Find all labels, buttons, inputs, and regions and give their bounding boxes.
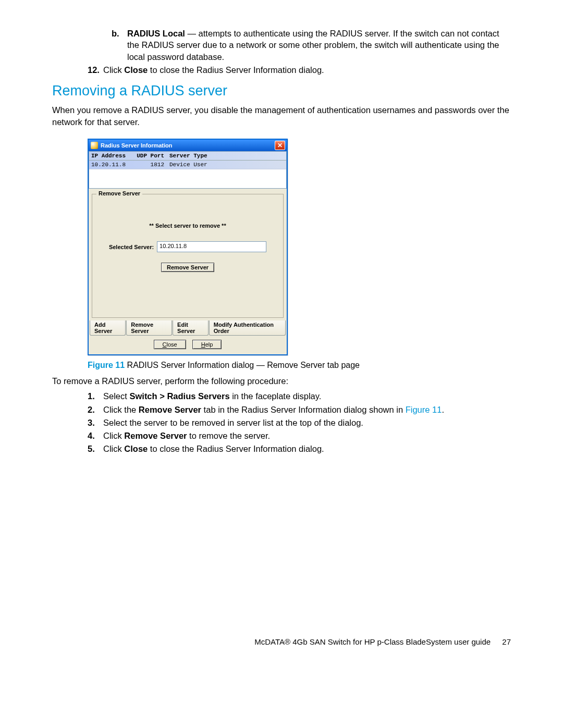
step-5: 5. Click Close to close the Radius Serve… xyxy=(88,443,511,454)
titlebar: Radius Server Information ✕ xyxy=(89,140,287,151)
server-table: IP Address UDP Port Server Type 10.20.11… xyxy=(89,151,287,189)
footer-text: McDATA® 4Gb SAN Switch for HP p-Class Bl… xyxy=(254,637,491,646)
col-ip: IP Address xyxy=(91,153,133,159)
list-marker: b. xyxy=(112,28,127,63)
step-1: 1. Select Switch > Radius Servers in the… xyxy=(88,390,511,402)
fieldset-label: Remove Server xyxy=(96,190,142,196)
close-button[interactable]: Close xyxy=(154,340,186,349)
step-4: 4. Click Remove Server to remove the ser… xyxy=(88,430,511,441)
remove-fieldset: Remove Server ** Select server to remove… xyxy=(92,194,284,318)
window-title: Radius Server Information xyxy=(101,142,275,149)
list-item-b: b. RADIUS Local — attempts to authentica… xyxy=(112,28,511,63)
page-number: 27 xyxy=(502,637,511,646)
section-heading: Removing a RADIUS server xyxy=(52,83,511,99)
figure-dialog: Radius Server Information ✕ IP Address U… xyxy=(88,139,511,355)
tab-remove-server[interactable]: Remove Server xyxy=(126,320,172,336)
step-3: 3. Select the server to be removed in se… xyxy=(88,417,511,428)
figure-caption: Figure 11 RADIUS Server Information dial… xyxy=(88,361,511,370)
tab-modify-auth[interactable]: Modify Authentication Order xyxy=(209,320,286,336)
table-header: IP Address UDP Port Server Type xyxy=(89,152,286,161)
list-item-12: 12. Click Close to close the Radius Serv… xyxy=(88,64,511,76)
list-text: Click Close to close the Radius Server I… xyxy=(103,64,511,76)
selected-server-field[interactable]: 10.20.11.8 xyxy=(157,241,266,252)
tab-edit-server[interactable]: Edit Server xyxy=(173,320,209,336)
tab-add-server[interactable]: Add Server xyxy=(90,320,126,336)
col-port: UDP Port xyxy=(133,153,169,159)
step-2: 2. Click the Remove Server tab in the Ra… xyxy=(88,404,511,415)
dialog-tabs: Add Server Remove Server Edit Server Mod… xyxy=(89,320,287,336)
radius-dialog: Radius Server Information ✕ IP Address U… xyxy=(88,139,288,355)
col-type: Server Type xyxy=(169,153,253,159)
figure-link[interactable]: Figure 11 xyxy=(406,405,442,414)
dialog-bottom-buttons: Close Help xyxy=(89,336,287,354)
remove-server-button[interactable]: Remove Server xyxy=(161,263,214,272)
app-icon xyxy=(91,142,98,149)
selected-server-label: Selected Server: xyxy=(109,244,154,250)
close-icon[interactable]: ✕ xyxy=(275,141,285,150)
paragraph: When you remove a RADIUS server, you dis… xyxy=(52,104,511,128)
page-footer: McDATA® 4Gb SAN Switch for HP p-Class Bl… xyxy=(254,637,511,646)
paragraph: To remove a RADIUS server, perform the f… xyxy=(52,375,511,387)
table-empty xyxy=(89,169,286,188)
help-button[interactable]: Help xyxy=(192,340,222,349)
table-row[interactable]: 10.20.11.8 1812 Device User xyxy=(89,161,286,169)
select-msg: ** Select server to remove ** xyxy=(92,223,283,229)
list-text: RADIUS Local — attempts to authenticate … xyxy=(127,28,511,63)
list-marker: 12. xyxy=(88,64,103,76)
